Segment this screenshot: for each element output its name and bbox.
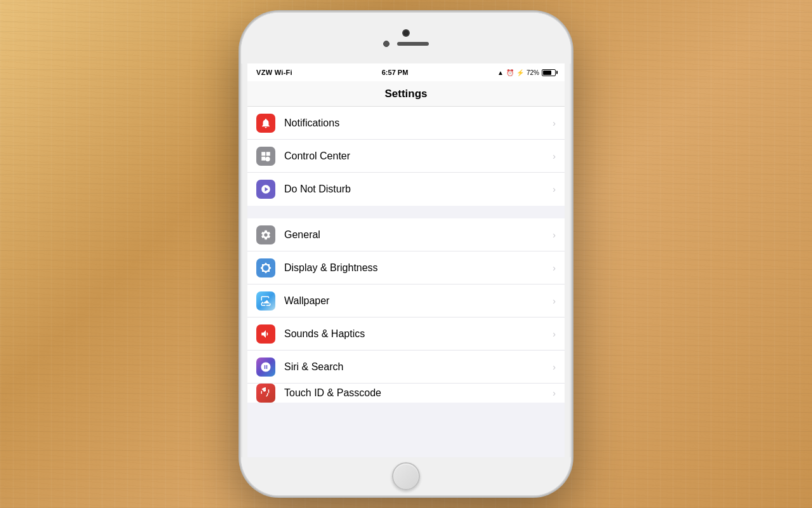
display-icon (256, 258, 275, 277)
iphone-frame: VZW Wi-Fi 6:57 PM ▲ ⏰ ⚡ 72% Settings (241, 13, 571, 495)
sounds-haptics-row[interactable]: Sounds & Haptics › (247, 318, 565, 351)
general-icon-svg (260, 229, 272, 241)
bluetooth-icon: ⚡ (516, 69, 524, 76)
front-camera (383, 41, 390, 47)
dnd-label: Do Not Disturb (284, 184, 549, 195)
time-label: 6:57 PM (382, 69, 409, 76)
earpiece-speaker (397, 42, 429, 46)
notifications-icon (256, 114, 275, 133)
page-title: Settings (384, 88, 427, 100)
iphone-screen: VZW Wi-Fi 6:57 PM ▲ ⏰ ⚡ 72% Settings (247, 64, 565, 457)
sounds-haptics-chevron: › (553, 329, 556, 339)
control-center-icon (256, 147, 275, 166)
camera-speaker-area (383, 41, 429, 47)
general-icon (256, 225, 275, 244)
dnd-icon-svg (260, 184, 272, 195)
general-label: General (284, 229, 549, 241)
wallpaper-label: Wallpaper (284, 295, 549, 307)
display-brightness-row[interactable]: Display & Brightness › (247, 251, 565, 284)
notifications-icon-svg (260, 117, 272, 129)
settings-section-1: 1 Notifications › (247, 107, 565, 206)
display-brightness-chevron: › (553, 263, 556, 273)
notifications-label: Notifications (284, 117, 549, 129)
battery-icon (542, 69, 556, 76)
notifications-row[interactable]: 1 Notifications › (247, 107, 565, 140)
status-right-area: ▲ ⏰ ⚡ 72% (497, 69, 556, 76)
touchid-icon-svg (260, 387, 272, 399)
display-icon-svg (260, 262, 272, 274)
control-center-chevron: › (553, 151, 556, 161)
dnd-chevron: › (553, 184, 556, 194)
control-center-label: Control Center (284, 150, 549, 162)
settings-section-2: General › Display & Brightness › (247, 218, 565, 403)
carrier-wifi-label: VZW Wi-Fi (256, 69, 292, 76)
siri-icon (256, 358, 275, 377)
sounds-icon-svg (260, 328, 272, 340)
settings-list: 1 Notifications › (247, 107, 565, 457)
sounds-haptics-label: Sounds & Haptics (284, 328, 549, 340)
navigation-bar: Settings (247, 81, 565, 107)
notifications-chevron: › (553, 118, 556, 128)
siri-search-chevron: › (553, 362, 556, 372)
siri-search-row[interactable]: Siri & Search › (247, 351, 565, 384)
sounds-icon (256, 324, 275, 344)
dnd-row[interactable]: Do Not Disturb › (247, 173, 565, 206)
siri-search-label: Siri & Search (284, 361, 549, 373)
status-bar: VZW Wi-Fi 6:57 PM ▲ ⏰ ⚡ 72% (247, 64, 565, 81)
touchid-row[interactable]: Touch ID & Passcode › (247, 384, 565, 403)
display-brightness-label: Display & Brightness (284, 262, 549, 274)
wallpaper-chevron: › (553, 296, 556, 306)
dnd-icon (256, 180, 275, 199)
control-center-row[interactable]: Control Center › (247, 140, 565, 173)
siri-icon-svg (260, 361, 272, 373)
battery-percent-label: 72% (527, 69, 539, 76)
general-chevron: › (553, 230, 556, 240)
home-button[interactable] (392, 462, 420, 490)
wallpaper-icon (256, 291, 275, 311)
general-row[interactable]: General › (247, 218, 565, 251)
touchid-icon (256, 384, 275, 403)
iphone-top (241, 13, 571, 64)
wallpaper-row[interactable]: Wallpaper › (247, 284, 565, 318)
control-center-icon-svg (260, 150, 272, 162)
touchid-label: Touch ID & Passcode (284, 387, 549, 399)
iphone-bottom (241, 457, 571, 495)
battery-fill (543, 70, 551, 75)
touchid-chevron: › (553, 388, 556, 398)
selfie-camera (402, 29, 410, 37)
location-icon: ▲ (497, 69, 504, 76)
wallpaper-icon-svg (260, 295, 272, 307)
alarm-icon: ⏰ (506, 69, 514, 76)
